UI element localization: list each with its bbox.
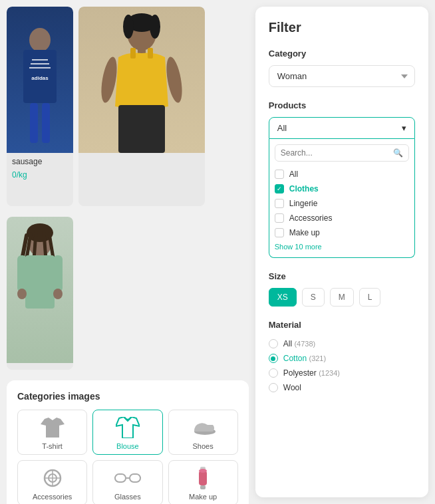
svg-rect-14: [148, 48, 153, 59]
material-item-cotton[interactable]: Cotton (321): [269, 351, 415, 366]
shoes-icon: [190, 417, 216, 438]
filter-size-section: Size XS S M L: [269, 271, 415, 307]
accessories-icon: [39, 467, 66, 489]
material-item-polyester[interactable]: Polyester (1234): [269, 366, 415, 380]
checkbox-item-makeup[interactable]: Make up: [275, 225, 409, 240]
checkbox-accessories-label: Accessories: [289, 213, 333, 223]
makeup-icon: [190, 467, 216, 489]
radio-all-label: All (4738): [283, 339, 315, 348]
category-grid: T-shirt Blouse: [17, 410, 238, 504]
radio-wool[interactable]: [269, 383, 278, 392]
checkbox-all-label: All: [289, 170, 298, 179]
category-item-blouse[interactable]: Blouse: [92, 410, 162, 455]
svg-point-42: [199, 469, 207, 473]
tshirt-icon: [39, 417, 66, 438]
product-card-adidas[interactable]: adidas sausage 0/kg: [7, 7, 73, 206]
svg-rect-41: [199, 471, 207, 485]
material-item-wool[interactable]: Wool: [269, 380, 415, 395]
filter-title: Filter: [269, 20, 415, 35]
filter-products-label: Products: [269, 100, 415, 110]
accessories-label: Accessories: [33, 493, 72, 501]
category-item-accessories[interactable]: Accessories: [17, 460, 87, 504]
search-icon: 🔍: [393, 148, 403, 158]
svg-point-11: [150, 15, 160, 39]
size-btn-xs[interactable]: XS: [269, 288, 297, 307]
products-select-box[interactable]: All ▾: [269, 117, 415, 139]
products-chevron-icon: ▾: [402, 123, 406, 133]
svg-rect-43: [200, 485, 206, 489]
checkbox-item-all[interactable]: All: [275, 167, 409, 182]
svg-rect-25: [25, 255, 55, 309]
svg-rect-6: [30, 103, 38, 143]
checkbox-item-accessories[interactable]: Accessories: [275, 211, 409, 225]
checkbox-lingerie[interactable]: [275, 199, 284, 208]
filter-material-section: Material All (4738) Cotton (321) Polyest…: [269, 320, 415, 395]
size-btn-m[interactable]: M: [330, 288, 354, 307]
checkbox-item-clothes[interactable]: Clothes: [275, 182, 409, 196]
dropdown-panel: 🔍 All Clothes Lingerie: [269, 139, 415, 258]
checkbox-clothes-label: Clothes: [289, 184, 319, 193]
tshirt-label: T-shirt: [42, 442, 63, 450]
glasses-icon: [114, 467, 141, 489]
category-select[interactable]: Woman Man Kids: [269, 65, 415, 87]
category-item-shoes[interactable]: Shoes: [168, 410, 238, 455]
categories-section: Categories images T-shirt: [7, 380, 249, 504]
product1-price: 0/kg: [7, 170, 73, 184]
filter-size-label: Size: [269, 271, 415, 281]
svg-rect-35: [115, 474, 126, 482]
checkbox-item-lingerie[interactable]: Lingerie: [275, 196, 409, 211]
size-btn-l[interactable]: L: [359, 288, 381, 307]
product-card-green[interactable]: [7, 217, 73, 370]
shoes-label: Shoes: [193, 442, 214, 450]
svg-point-29: [53, 289, 63, 299]
svg-point-28: [17, 289, 27, 299]
svg-point-0: [29, 28, 51, 52]
svg-point-10: [123, 15, 134, 39]
products-selected-value: All: [277, 123, 287, 133]
svg-rect-26: [17, 255, 27, 292]
radio-wool-label: Wool: [283, 383, 301, 392]
products-search-input[interactable]: [281, 148, 393, 158]
filter-material-label: Material: [269, 320, 415, 330]
radio-polyester[interactable]: [269, 368, 278, 378]
makeup-label: Make up: [189, 493, 217, 501]
svg-rect-13: [130, 48, 136, 59]
products-dropdown: All ▾ 🔍 All Clothe: [269, 117, 415, 258]
categories-title: Categories images: [17, 391, 238, 402]
svg-rect-27: [53, 255, 63, 292]
category-item-glasses[interactable]: Glasses: [92, 460, 162, 504]
product1-label: sausage: [7, 153, 73, 170]
checkbox-lingerie-label: Lingerie: [289, 199, 318, 208]
radio-polyester-label: Polyester (1234): [283, 368, 340, 378]
checkbox-all[interactable]: [275, 170, 284, 179]
checkbox-makeup[interactable]: [275, 228, 284, 237]
left-panel: adidas sausage 0/kg: [0, 0, 255, 504]
glasses-label: Glasses: [114, 493, 141, 501]
checkbox-accessories[interactable]: [275, 213, 284, 223]
checkbox-makeup-label: Make up: [289, 228, 320, 237]
show-more-link[interactable]: Show 10 more: [275, 243, 322, 251]
blouse-label: Blouse: [116, 442, 139, 450]
filter-products-section: Products All ▾ 🔍 All: [269, 100, 415, 258]
radio-cotton[interactable]: [269, 354, 278, 363]
radio-cotton-label: Cotton (321): [283, 354, 326, 363]
product-cards-row: adidas sausage 0/kg: [7, 7, 249, 206]
category-item-tshirt[interactable]: T-shirt: [17, 410, 87, 455]
search-box: 🔍: [275, 144, 409, 162]
blouse-icon: [114, 417, 141, 438]
svg-text:adidas: adidas: [31, 75, 49, 81]
radio-all[interactable]: [269, 339, 278, 348]
category-item-makeup[interactable]: Make up: [168, 460, 238, 504]
filter-category-section: Category Woman Man Kids: [269, 49, 415, 87]
product-card-yellow[interactable]: [78, 7, 205, 206]
size-buttons: XS S M L: [269, 288, 415, 307]
checkbox-clothes[interactable]: [275, 184, 284, 193]
filter-panel: Filter Category Woman Man Kids Products …: [255, 7, 428, 497]
material-item-all[interactable]: All (4738): [269, 336, 415, 351]
size-btn-s[interactable]: S: [302, 288, 325, 307]
svg-rect-17: [118, 105, 165, 153]
svg-rect-7: [42, 103, 50, 143]
svg-rect-36: [130, 474, 140, 482]
filter-category-label: Category: [269, 49, 415, 59]
